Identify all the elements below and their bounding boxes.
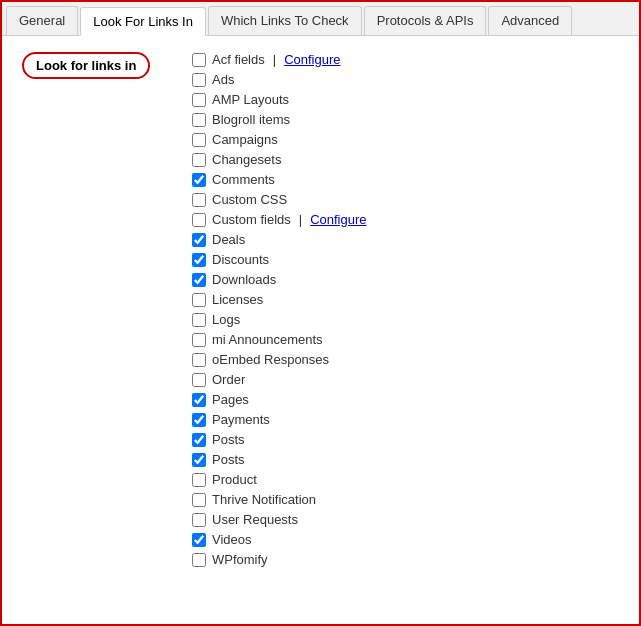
checkbox-downloads[interactable] [192, 273, 206, 287]
label-product: Product [212, 472, 257, 487]
configure-link-acf-fields[interactable]: Configure [284, 52, 340, 67]
checkbox-acf-fields[interactable] [192, 53, 206, 67]
check-item-product: Product [192, 472, 619, 487]
checkbox-payments[interactable] [192, 413, 206, 427]
label-custom-fields: Custom fields [212, 212, 291, 227]
checkbox-logs[interactable] [192, 313, 206, 327]
section-label: Look for links in [22, 52, 150, 79]
check-item-amp-layouts: AMP Layouts [192, 92, 619, 107]
label-logs: Logs [212, 312, 240, 327]
label-licenses: Licenses [212, 292, 263, 307]
check-item-discounts: Discounts [192, 252, 619, 267]
label-blogroll-items: Blogroll items [212, 112, 290, 127]
checkbox-pages[interactable] [192, 393, 206, 407]
checkbox-custom-fields[interactable] [192, 213, 206, 227]
tab-bar: GeneralLook For Links InWhich Links To C… [2, 2, 639, 36]
label-ads: Ads [212, 72, 234, 87]
checkbox-user-requests[interactable] [192, 513, 206, 527]
label-campaigns: Campaigns [212, 132, 278, 147]
check-item-thrive-notification: Thrive Notification [192, 492, 619, 507]
check-item-user-requests: User Requests [192, 512, 619, 527]
checkbox-blogroll-items[interactable] [192, 113, 206, 127]
checkbox-deals[interactable] [192, 233, 206, 247]
label-oembed-responses: oEmbed Responses [212, 352, 329, 367]
check-item-comments: Comments [192, 172, 619, 187]
tab-advanced[interactable]: Advanced [488, 6, 572, 35]
label-acf-fields: Acf fields [212, 52, 265, 67]
checkbox-posts1[interactable] [192, 433, 206, 447]
checkbox-amp-layouts[interactable] [192, 93, 206, 107]
check-item-logs: Logs [192, 312, 619, 327]
label-discounts: Discounts [212, 252, 269, 267]
check-item-pages: Pages [192, 392, 619, 407]
checklist: Acf fields | ConfigureAdsAMP LayoutsBlog… [192, 52, 619, 567]
checkbox-videos[interactable] [192, 533, 206, 547]
label-comments: Comments [212, 172, 275, 187]
label-posts2: Posts [212, 452, 245, 467]
check-item-downloads: Downloads [192, 272, 619, 287]
tab-look-for-links-in[interactable]: Look For Links In [80, 7, 206, 36]
check-item-deals: Deals [192, 232, 619, 247]
label-posts1: Posts [212, 432, 245, 447]
label-custom-css: Custom CSS [212, 192, 287, 207]
check-item-ads: Ads [192, 72, 619, 87]
label-downloads: Downloads [212, 272, 276, 287]
check-item-campaigns: Campaigns [192, 132, 619, 147]
checkbox-mi-announcements[interactable] [192, 333, 206, 347]
check-item-licenses: Licenses [192, 292, 619, 307]
check-item-wpfomify: WPfomify [192, 552, 619, 567]
check-item-custom-css: Custom CSS [192, 192, 619, 207]
tab-general[interactable]: General [6, 6, 78, 35]
checkbox-changesets[interactable] [192, 153, 206, 167]
checkbox-posts2[interactable] [192, 453, 206, 467]
label-mi-announcements: mi Announcements [212, 332, 323, 347]
checkbox-custom-css[interactable] [192, 193, 206, 207]
check-item-acf-fields: Acf fields | Configure [192, 52, 619, 67]
label-deals: Deals [212, 232, 245, 247]
main-content: Look for links in Acf fields | Configure… [2, 36, 639, 583]
checkbox-order[interactable] [192, 373, 206, 387]
checkbox-product[interactable] [192, 473, 206, 487]
section-label-container: Look for links in [22, 52, 162, 567]
label-payments: Payments [212, 412, 270, 427]
checkbox-campaigns[interactable] [192, 133, 206, 147]
check-item-posts2: Posts [192, 452, 619, 467]
label-amp-layouts: AMP Layouts [212, 92, 289, 107]
check-item-oembed-responses: oEmbed Responses [192, 352, 619, 367]
checkbox-oembed-responses[interactable] [192, 353, 206, 367]
label-videos: Videos [212, 532, 252, 547]
checkbox-discounts[interactable] [192, 253, 206, 267]
checkbox-wpfomify[interactable] [192, 553, 206, 567]
tab-which-links-to-check[interactable]: Which Links To Check [208, 6, 362, 35]
check-item-mi-announcements: mi Announcements [192, 332, 619, 347]
check-item-blogroll-items: Blogroll items [192, 112, 619, 127]
check-item-order: Order [192, 372, 619, 387]
check-item-changesets: Changesets [192, 152, 619, 167]
label-pages: Pages [212, 392, 249, 407]
label-order: Order [212, 372, 245, 387]
check-item-custom-fields: Custom fields | Configure [192, 212, 619, 227]
label-changesets: Changesets [212, 152, 281, 167]
pipe-separator: | [299, 212, 302, 227]
configure-link-custom-fields[interactable]: Configure [310, 212, 366, 227]
tab-protocols-apis[interactable]: Protocols & APIs [364, 6, 487, 35]
label-thrive-notification: Thrive Notification [212, 492, 316, 507]
tabs-container: GeneralLook For Links InWhich Links To C… [2, 2, 639, 36]
check-item-videos: Videos [192, 532, 619, 547]
check-item-posts1: Posts [192, 432, 619, 447]
check-item-payments: Payments [192, 412, 619, 427]
checkbox-ads[interactable] [192, 73, 206, 87]
checkbox-thrive-notification[interactable] [192, 493, 206, 507]
pipe-separator: | [273, 52, 276, 67]
checkbox-comments[interactable] [192, 173, 206, 187]
label-user-requests: User Requests [212, 512, 298, 527]
checkbox-licenses[interactable] [192, 293, 206, 307]
label-wpfomify: WPfomify [212, 552, 268, 567]
